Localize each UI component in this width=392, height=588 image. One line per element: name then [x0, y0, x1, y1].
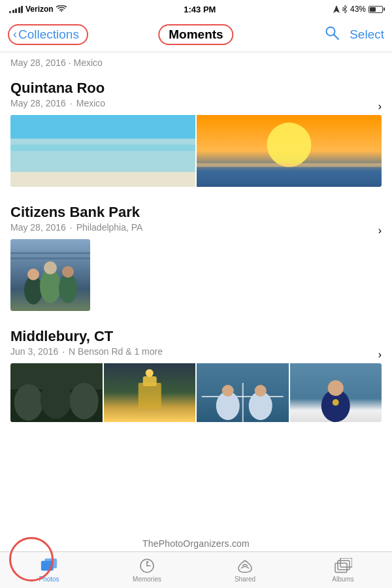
signal-icon: [9, 5, 23, 13]
svg-line-1: [334, 35, 338, 39]
watermark: ThePhotoOrganizers.com: [0, 538, 392, 549]
moment-middlebury-ct: Middlebury, CT Jun 3, 2016 · N Benson Rd…: [0, 319, 392, 422]
photo-beach2[interactable]: [197, 115, 382, 187]
svg-rect-12: [10, 252, 90, 254]
svg-point-18: [44, 261, 57, 274]
tab-photos-label: Photos: [39, 576, 59, 583]
svg-point-22: [14, 384, 43, 421]
svg-point-19: [62, 266, 74, 278]
svg-rect-45: [340, 558, 352, 567]
svg-rect-4: [10, 139, 195, 176]
location-icon: [333, 5, 340, 13]
svg-rect-43: [335, 563, 347, 572]
status-bar: Verizon 1:43 PM 43%: [0, 0, 392, 18]
tab-memories-label: Memories: [133, 576, 161, 583]
photo-beach1[interactable]: [10, 115, 195, 187]
svg-point-39: [332, 399, 338, 406]
svg-rect-7: [10, 145, 195, 151]
svg-point-38: [327, 380, 343, 396]
moment-title: Citizens Bank Park: [10, 204, 382, 221]
tab-albums-label: Albums: [332, 576, 353, 583]
moment-subtitle: Jun 3, 2016 · N Benson Rd & 1 more: [10, 346, 163, 357]
nav-left: ‹ Collections: [8, 24, 88, 45]
tab-shared[interactable]: Shared: [196, 558, 294, 583]
svg-rect-13: [10, 257, 90, 259]
photo-stadium[interactable]: [10, 239, 90, 311]
battery-percentage: 43%: [350, 5, 366, 14]
svg-rect-26: [138, 383, 161, 409]
collections-button[interactable]: ‹ Collections: [8, 24, 88, 45]
moment-subtitle-row: May 28, 2016 · Philadelphia, PA ›: [10, 222, 382, 239]
search-button[interactable]: [325, 25, 339, 44]
svg-rect-27: [142, 376, 156, 386]
moment-citizens-bank-park: Citizens Bank Park May 28, 2016 · Philad…: [0, 195, 392, 311]
photo-tennis1[interactable]: [197, 363, 289, 422]
wifi-icon: [56, 5, 67, 13]
select-label: Select: [350, 27, 384, 41]
svg-rect-31: [242, 383, 244, 422]
moment-title: Middlebury, CT: [10, 328, 382, 345]
svg-point-34: [222, 385, 234, 397]
moment-subtitle-row: May 28, 2016 · Mexico ›: [10, 98, 382, 115]
tab-photos[interactable]: Photos: [0, 558, 98, 583]
back-chevron-icon: ‹: [13, 27, 17, 41]
collections-label: Collections: [18, 27, 79, 42]
svg-point-28: [145, 369, 153, 377]
tab-bar: Photos Memories S: [0, 551, 392, 588]
photos-tab-icon: [40, 558, 58, 574]
moment-title: Quintana Roo: [10, 80, 382, 97]
memories-tab-icon: [138, 558, 156, 574]
content-area: May 28, 2016 · Mexico Quintana Roo May 2…: [0, 52, 392, 551]
photo-group2[interactable]: [104, 363, 196, 422]
search-icon: [325, 25, 339, 40]
svg-rect-10: [197, 163, 382, 167]
svg-rect-41: [44, 558, 57, 568]
moments-label: Moments: [169, 27, 223, 41]
tab-shared-label: Shared: [235, 576, 255, 583]
chevron-right-icon: ›: [378, 225, 382, 237]
status-indicators: 43%: [333, 5, 383, 14]
tab-memories[interactable]: Memories: [98, 558, 196, 583]
svg-point-35: [255, 385, 267, 397]
moment-subtitle-row: Jun 3, 2016 · N Benson Rd & 1 more ›: [10, 346, 382, 363]
svg-point-24: [70, 383, 99, 419]
svg-point-9: [267, 123, 312, 167]
nav-bar: ‹ Collections Moments Select: [0, 18, 392, 52]
photo-tennis2[interactable]: [290, 363, 382, 422]
nav-center: Moments: [158, 24, 233, 45]
albums-tab-icon: [334, 558, 352, 574]
svg-rect-44: [338, 561, 350, 570]
shared-tab-icon: [236, 558, 254, 574]
moment-subtitle: May 28, 2016 · Philadelphia, PA: [10, 222, 142, 233]
chevron-right-icon: ›: [378, 101, 382, 112]
quintana-roo-photos[interactable]: [10, 115, 382, 187]
select-button[interactable]: Select: [350, 27, 384, 42]
svg-rect-5: [10, 172, 195, 187]
battery-icon: [368, 6, 383, 13]
photo-group1[interactable]: [10, 363, 103, 422]
bluetooth-icon: [342, 5, 348, 13]
svg-point-17: [27, 269, 39, 280]
partial-section-header: May 28, 2016 · Mexico: [0, 52, 392, 71]
status-carrier: Verizon: [9, 5, 67, 14]
tab-albums[interactable]: Albums: [294, 558, 392, 583]
nav-right: Select: [325, 25, 384, 44]
moment-quintana-roo: Quintana Roo May 28, 2016 · Mexico ›: [0, 71, 392, 187]
moments-button[interactable]: Moments: [158, 24, 233, 45]
moment-subtitle: May 28, 2016 · Mexico: [10, 98, 105, 108]
chevron-right-icon: ›: [378, 349, 382, 361]
svg-point-23: [41, 380, 72, 419]
status-time: 1:43 PM: [184, 5, 216, 14]
citizens-bank-photos[interactable]: [10, 239, 382, 311]
middlebury-photos[interactable]: [10, 363, 382, 422]
